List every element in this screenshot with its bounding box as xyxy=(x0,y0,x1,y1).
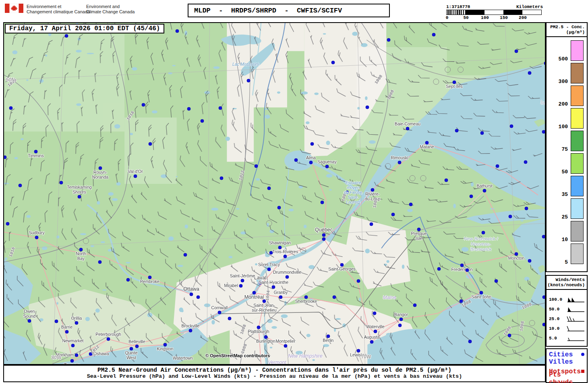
isobar-label: 1008 xyxy=(519,321,525,332)
city-dot xyxy=(184,253,187,257)
city-label: Mirabel xyxy=(224,283,238,288)
city-dot xyxy=(197,296,200,299)
city-label: Ottawa xyxy=(183,287,199,292)
city-dot xyxy=(75,321,79,325)
city-dot xyxy=(542,323,546,327)
cities-legend-row-fr: Villes xyxy=(549,358,584,365)
city-dot xyxy=(28,319,31,323)
city-label: Val-d'Or xyxy=(128,169,143,174)
map-overlay-labels: TimminsRouyn-NorandaVal-d'OrTemiskamingS… xyxy=(4,23,545,364)
scale-tick: 50 xyxy=(463,15,468,20)
city-dot xyxy=(398,161,402,164)
wind-speed-value: 10.0 xyxy=(549,326,559,331)
wind-barb-icon xyxy=(566,334,585,342)
city-label: Rouyn-Noranda xyxy=(92,170,108,179)
city-label: Saguenay xyxy=(317,160,336,164)
city-dot xyxy=(409,203,413,206)
isobar-label: 1004 xyxy=(265,290,271,301)
caption-line1: PM2.5 Near-Ground Air Concentrations (µg… xyxy=(4,367,545,373)
scale-tick: 100 xyxy=(481,15,489,20)
city-label: Baie-Comeau xyxy=(395,122,420,127)
legend-value: 5 xyxy=(565,259,568,265)
city-label: Orillia xyxy=(71,316,82,321)
isobar-label: 1008 xyxy=(374,74,383,85)
agency-name-en: Environment andClimate Change Canada xyxy=(86,4,135,15)
city-dot xyxy=(294,158,298,162)
city-label: Sherbrooke xyxy=(295,299,317,304)
city-label: Timmins xyxy=(28,154,43,158)
city-dot xyxy=(413,304,417,307)
city-dot xyxy=(272,285,275,289)
city-label: Waterville xyxy=(366,325,385,329)
city-label: QuinteWest xyxy=(125,351,138,360)
legend-value: 50 xyxy=(561,169,568,175)
wind-speed-value: 100.0 xyxy=(549,297,562,302)
legend-swatch xyxy=(571,221,584,241)
city-dot xyxy=(3,156,7,159)
city-dot xyxy=(60,181,63,185)
city-dot xyxy=(391,213,395,216)
city-dot xyxy=(325,165,329,169)
city-dot xyxy=(468,340,472,343)
city-label: Belleville xyxy=(128,339,145,344)
wind-speed-value: 50.0 xyxy=(549,307,559,312)
agency-name-fr: Environnement etChangement climatique Ca… xyxy=(27,4,90,15)
legend-item: 35 xyxy=(547,176,587,196)
city-label: Sept-Îles xyxy=(446,84,462,89)
hotspots-legend-row-fr: Pts chauds xyxy=(549,375,584,382)
legend-value: 300 xyxy=(559,79,568,85)
city-dot xyxy=(510,125,513,128)
legend-value: 500 xyxy=(559,56,568,62)
city-dot xyxy=(35,236,39,239)
city-dot xyxy=(278,246,282,250)
scale-tick: 200 xyxy=(519,15,527,20)
city-label: Saint-Jérôme xyxy=(230,274,255,279)
cities-label-fr: Villes xyxy=(549,358,573,366)
scale-seg xyxy=(522,10,541,15)
page-header: Environnement etChangement climatique Ca… xyxy=(0,0,588,22)
legend-swatch xyxy=(571,40,584,61)
city-label: Granby xyxy=(274,290,288,295)
legend-value: 25 xyxy=(561,214,568,220)
city-label: Augusta xyxy=(364,335,380,340)
geo-label: Vermont xyxy=(268,360,286,365)
city-dot xyxy=(65,330,69,334)
scale-seg xyxy=(484,10,503,15)
city-dot xyxy=(311,142,314,146)
city-dot xyxy=(524,160,528,164)
wind-speed-value: 5.0 xyxy=(549,336,557,341)
map: TimminsRouyn-NorandaVal-d'OrTemiskamingS… xyxy=(3,22,546,365)
city-dot xyxy=(55,320,58,323)
geo-label: Estuairemoyendu FleuveSaint-Laurent xyxy=(344,180,362,204)
scale-bar-graphic xyxy=(446,10,542,15)
city-label: Shawinigan xyxy=(269,241,291,246)
city-dot xyxy=(228,317,232,321)
legend-item: 50 xyxy=(547,153,587,174)
geo-label: 70W xyxy=(361,354,371,360)
isobar-label: 1008 xyxy=(239,324,247,335)
scale-seg xyxy=(466,10,484,15)
city-dot xyxy=(483,189,487,193)
city-label: Plattsburgh xyxy=(248,329,269,334)
city-dot xyxy=(277,206,281,210)
city-dot xyxy=(495,279,498,283)
wind-legend-row: 25.0 xyxy=(547,314,587,324)
city-dot xyxy=(525,207,528,210)
city-dot xyxy=(480,131,484,135)
city-label: Sudbury xyxy=(29,231,44,235)
city-label: Matane xyxy=(420,145,434,150)
city-dot xyxy=(437,267,441,271)
geo-label: New Brunswick /Nouveau-Brunswick xyxy=(464,236,498,252)
city-dot xyxy=(374,330,377,333)
city-dot xyxy=(455,129,459,133)
city-label: Bangor xyxy=(394,312,408,317)
geo-label: New Hampshire xyxy=(288,353,322,359)
city-dot-icon xyxy=(581,353,584,356)
city-dot xyxy=(466,269,469,272)
pm25-legend: PM2.5 - Conc. (µg/m³) 500300200100755035… xyxy=(546,22,588,272)
city-label: Drummondville xyxy=(273,270,301,275)
wind-barb-icon xyxy=(566,325,585,333)
city-label: Bathurst xyxy=(476,184,492,189)
scale-unit: Kilometers xyxy=(516,4,543,9)
pm25-legend-items: 50030020010075503525105 xyxy=(547,37,587,264)
